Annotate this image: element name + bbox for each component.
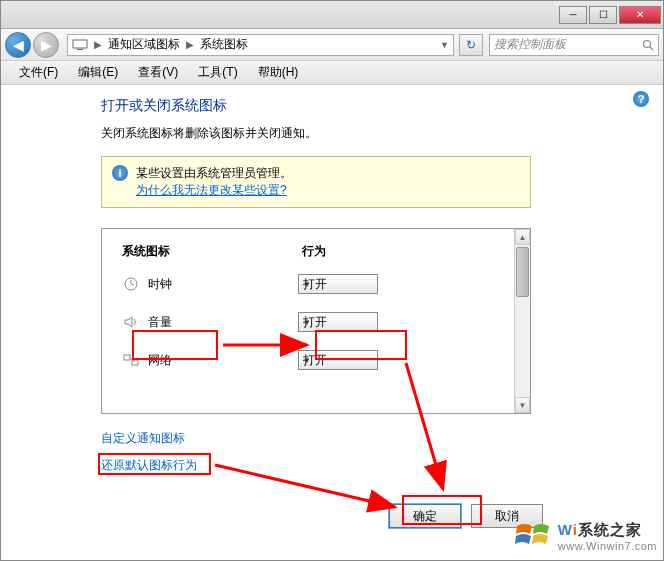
back-icon: ◀ [13, 37, 24, 53]
search-icon [642, 39, 654, 51]
link-restore[interactable]: 还原默认图标行为 [101, 457, 197, 474]
page-description: 关闭系统图标将删除该图标并关闭通知。 [101, 125, 643, 142]
link-customize[interactable]: 自定义通知图标 [101, 430, 185, 447]
network-icon [122, 352, 140, 368]
admin-info-box: i 某些设置由系统管理员管理。 为什么我无法更改某些设置? [101, 156, 531, 208]
address-bar[interactable]: ▶ 通知区域图标 ▶ 系统图标 ▼ [67, 34, 454, 56]
settings-panel: 系统图标 行为 时钟 打开 ▼ 音量 打开 [101, 228, 531, 414]
svg-line-6 [131, 284, 134, 285]
minimize-button[interactable]: ─ [559, 6, 587, 24]
row-volume: 音量 打开 ▼ [122, 312, 510, 332]
scroll-down-icon[interactable]: ▼ [515, 397, 530, 413]
svg-line-3 [650, 47, 653, 50]
row-label: 网络 [148, 352, 298, 369]
info-text: 某些设置由系统管理员管理。 [136, 165, 292, 182]
navigation-bar: ◀ ▶ ▶ 通知区域图标 ▶ 系统图标 ▼ ↻ 搜索控制面板 [1, 29, 663, 61]
forward-button[interactable]: ▶ [33, 32, 59, 58]
scrollbar[interactable]: ▲ ▼ [514, 229, 530, 413]
breadcrumb-item[interactable]: 通知区域图标 [108, 36, 180, 53]
page-title: 打开或关闭系统图标 [101, 97, 643, 115]
refresh-icon: ↻ [466, 38, 476, 52]
clock-icon [122, 276, 140, 292]
row-label: 音量 [148, 314, 298, 331]
windows-logo-icon [514, 518, 554, 554]
network-select[interactable]: 打开 ▼ [298, 350, 378, 370]
menu-help[interactable]: 帮助(H) [248, 62, 309, 83]
watermark-url: www.Winwin7.com [558, 540, 657, 552]
info-link[interactable]: 为什么我无法更改某些设置? [136, 183, 287, 197]
menu-bar: 文件(F) 编辑(E) 查看(V) 工具(T) 帮助(H) [1, 61, 663, 85]
window-titlebar: ─ ☐ ✕ [1, 1, 663, 29]
breadcrumb-item[interactable]: 系统图标 [200, 36, 248, 53]
volume-select[interactable]: 打开 ▼ [298, 312, 378, 332]
svg-rect-1 [77, 49, 83, 50]
search-input[interactable]: 搜索控制面板 [489, 34, 659, 56]
scroll-thumb[interactable] [516, 247, 529, 297]
row-network: 网络 打开 ▼ [122, 350, 510, 370]
select-value: 打开 [303, 352, 327, 369]
row-label: 时钟 [148, 276, 298, 293]
forward-icon: ▶ [41, 37, 52, 53]
row-clock: 时钟 打开 ▼ [122, 274, 510, 294]
menu-tools[interactable]: 工具(T) [188, 62, 247, 83]
menu-view[interactable]: 查看(V) [128, 62, 188, 83]
svg-marker-7 [125, 317, 132, 327]
ok-button[interactable]: 确定 [389, 504, 461, 528]
menu-edit[interactable]: 编辑(E) [68, 62, 128, 83]
column-header-icon: 系统图标 [122, 243, 302, 260]
column-header-behavior: 行为 [302, 243, 422, 260]
search-placeholder: 搜索控制面板 [494, 36, 566, 53]
clock-select[interactable]: 打开 ▼ [298, 274, 378, 294]
computer-icon [72, 39, 88, 51]
svg-point-2 [644, 40, 651, 47]
info-icon: i [112, 165, 128, 181]
svg-rect-8 [124, 355, 130, 360]
menu-file[interactable]: 文件(F) [9, 62, 68, 83]
volume-icon [122, 314, 140, 330]
dropdown-icon[interactable]: ▼ [440, 40, 449, 50]
content-area: ? 打开或关闭系统图标 关闭系统图标将删除该图标并关闭通知。 i 某些设置由系统… [1, 85, 663, 540]
refresh-button[interactable]: ↻ [459, 34, 483, 56]
select-value: 打开 [303, 314, 327, 331]
watermark-text: W [558, 521, 573, 538]
chevron-right-icon: ▶ [186, 39, 194, 50]
svg-rect-0 [73, 40, 87, 48]
watermark: Wi系统之家 www.Winwin7.com [514, 518, 657, 554]
chevron-right-icon: ▶ [94, 39, 102, 50]
watermark-text: 系统之家 [578, 521, 642, 538]
back-button[interactable]: ◀ [5, 32, 31, 58]
maximize-button[interactable]: ☐ [589, 6, 617, 24]
help-icon[interactable]: ? [633, 91, 649, 107]
close-button[interactable]: ✕ [619, 6, 661, 24]
select-value: 打开 [303, 276, 327, 293]
scroll-up-icon[interactable]: ▲ [515, 229, 530, 245]
